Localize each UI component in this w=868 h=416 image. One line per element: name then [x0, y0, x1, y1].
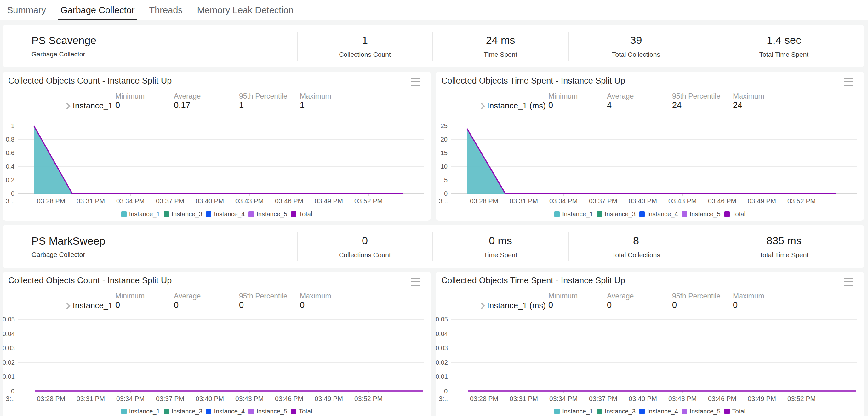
x-axis-line — [451, 193, 857, 194]
legend-label: Instance_4 — [647, 210, 678, 218]
legend-label: Instance_1 — [562, 210, 593, 218]
legend-item-Instance_3[interactable]: Instance_3 — [597, 408, 636, 415]
divider — [2, 287, 431, 287]
y-axis-label: 1 — [2, 122, 14, 129]
gridline — [451, 377, 857, 377]
instance-row[interactable]: Instance_1 (ms) — [479, 301, 546, 310]
gridline — [451, 167, 857, 167]
gridline — [18, 319, 424, 320]
expand-chevron-icon[interactable] — [478, 302, 485, 309]
gridline — [451, 348, 857, 348]
x-axis-tick — [603, 194, 603, 196]
legend-item-Instance_1[interactable]: Instance_1 — [554, 408, 593, 415]
gridline — [451, 139, 857, 140]
legend-label: Instance_1 — [562, 408, 593, 415]
legend-item-Instance_3[interactable]: Instance_3 — [597, 210, 636, 218]
expand-chevron-icon[interactable] — [478, 103, 485, 109]
series-line-Total — [34, 126, 403, 194]
legend-label: Instance_5 — [256, 408, 287, 415]
legend-label: Instance_4 — [647, 408, 678, 415]
x-axis-label: 03:52 PM — [343, 395, 394, 403]
legend-label: Instance_4 — [214, 210, 245, 218]
legend-item-Instance_3[interactable]: Instance_3 — [164, 210, 203, 218]
legend-swatch-icon — [682, 211, 687, 217]
legend-item-Instance_5[interactable]: Instance_5 — [682, 210, 721, 218]
table-header-minimum: Minimum — [548, 292, 578, 300]
legend-item-Instance_1[interactable]: Instance_1 — [121, 408, 160, 415]
x-axis-tick — [329, 391, 329, 393]
stat-label: Time Spent — [484, 51, 518, 58]
legend-item-Instance_5[interactable]: Instance_5 — [248, 408, 287, 415]
instance-row[interactable]: Instance_1 — [65, 301, 113, 310]
x-axis-tick — [643, 194, 643, 196]
stat-value: 1.4 sec — [767, 34, 801, 46]
y-axis-label: 0 — [436, 388, 447, 395]
chart-menu-icon[interactable] — [411, 79, 420, 86]
tab-threads[interactable]: Threads — [149, 0, 182, 20]
x-axis-tick — [563, 194, 564, 196]
legend-item-Instance_5[interactable]: Instance_5 — [248, 210, 287, 218]
table-header-minimum: Minimum — [115, 92, 145, 100]
table-header-maximum: Maximum — [733, 292, 764, 300]
chart-title: Collected Objects Time Spent - Instance … — [441, 76, 625, 86]
y-axis-label: 0.04 — [2, 330, 14, 337]
instance-row[interactable]: Instance_1 — [65, 101, 113, 111]
x-axis-tick — [130, 391, 131, 393]
instance-row-label: Instance_1 (ms) — [487, 301, 546, 310]
table-header-average: Average — [607, 92, 634, 100]
chart-title: Collected Objects Time Spent - Instance … — [441, 276, 625, 286]
legend-item-Instance_4[interactable]: Instance_4 — [639, 210, 678, 218]
collector-stats-ps-scavenge: PS Scavenge Garbage Collector 1 Collecti… — [2, 25, 864, 67]
legend-swatch-icon — [206, 211, 211, 217]
legend-item-Total[interactable]: Total — [291, 408, 312, 415]
y-axis-label: 20 — [436, 136, 447, 143]
y-axis-label: 0.4 — [2, 163, 14, 170]
legend-swatch-icon — [206, 409, 211, 414]
x-axis-line — [18, 193, 424, 194]
chart-panel-marksweep-time: Collected Objects Time Spent - Instance … — [436, 272, 864, 416]
y-axis-label: 0 — [436, 190, 447, 197]
x-axis-tick — [329, 194, 329, 196]
legend-label: Instance_5 — [256, 210, 287, 218]
legend-item-Total[interactable]: Total — [724, 210, 745, 218]
tab-memory-leak-detection[interactable]: Memory Leak Detection — [197, 0, 293, 20]
gridline — [451, 362, 857, 363]
legend-item-Instance_5[interactable]: Instance_5 — [682, 408, 721, 415]
row-average: 0 — [607, 300, 612, 310]
legend-item-Instance_4[interactable]: Instance_4 — [206, 210, 245, 218]
legend-item-Instance_1[interactable]: Instance_1 — [554, 210, 593, 218]
stat-value: 1 — [362, 34, 368, 46]
tab-summary[interactable]: Summary — [7, 0, 46, 20]
gridline — [451, 180, 857, 180]
legend-item-Instance_4[interactable]: Instance_4 — [206, 408, 245, 415]
stat-time-spent: 0 ms Time Spent — [432, 225, 568, 268]
expand-chevron-icon[interactable] — [64, 103, 70, 109]
row-average: 0.17 — [174, 100, 190, 110]
x-axis-tick — [682, 194, 683, 196]
stat-label: Total Time Spent — [760, 51, 808, 58]
x-axis-tick — [369, 194, 369, 196]
tab-garbage-collector[interactable]: Garbage Collector — [60, 0, 134, 20]
chart-menu-icon[interactable] — [844, 79, 853, 86]
legend-label: Total — [299, 210, 312, 218]
legend-item-Instance_3[interactable]: Instance_3 — [164, 408, 203, 415]
legend-item-Instance_1[interactable]: Instance_1 — [121, 210, 160, 218]
series-area-Instance_1 — [34, 126, 403, 194]
x-axis-tick — [51, 391, 51, 393]
table-header-95th: 95th Percentile — [672, 292, 720, 300]
chart-menu-icon[interactable] — [844, 278, 853, 286]
x-axis-tick — [91, 194, 91, 196]
legend-item-Instance_4[interactable]: Instance_4 — [639, 408, 678, 415]
legend-swatch-icon — [121, 211, 127, 217]
legend-label: Total — [732, 210, 745, 218]
stat-value: 24 ms — [486, 34, 515, 46]
chart-canvas — [2, 272, 431, 416]
legend-item-Total[interactable]: Total — [724, 408, 745, 415]
expand-chevron-icon[interactable] — [64, 302, 70, 309]
x-axis-line — [18, 391, 424, 391]
chart-menu-icon[interactable] — [411, 278, 420, 286]
legend-item-Total[interactable]: Total — [291, 210, 312, 218]
table-header-maximum: Maximum — [300, 292, 331, 300]
instance-row[interactable]: Instance_1 (ms) — [479, 101, 546, 111]
x-axis-tick — [369, 391, 369, 393]
